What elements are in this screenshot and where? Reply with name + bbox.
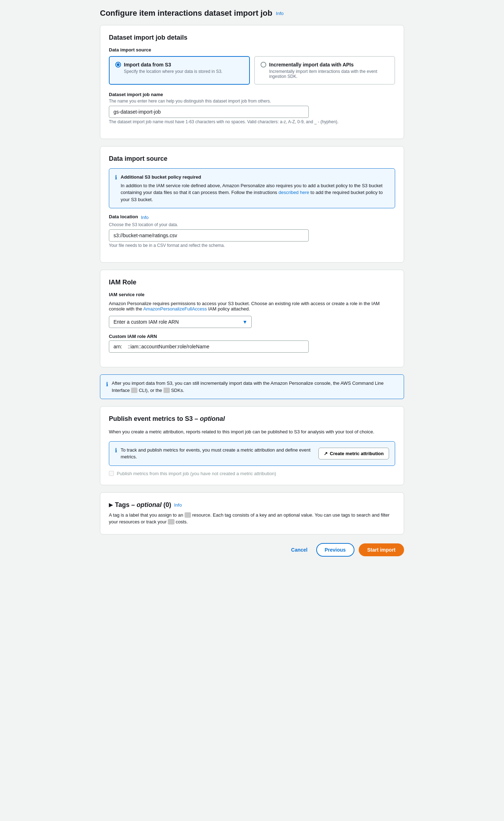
custom-arn-label: Custom IAM role ARN (109, 334, 395, 339)
radio-s3-label: Import data from S3 (124, 62, 171, 68)
job-name-label: Dataset import job name (109, 92, 395, 97)
metric-info-box: ℹ To track and publish metrics for event… (109, 441, 395, 466)
iam-select-wrapper: Enter a custom IAM role ARN Create a new… (109, 316, 252, 328)
iam-role-card: IAM Role IAM service role Amazon Persona… (100, 270, 404, 367)
tags-optional-text: optional (137, 501, 162, 508)
iam-role-select[interactable]: Enter a custom IAM role ARN Create a new… (109, 316, 252, 328)
create-metric-attribution-button[interactable]: ↗ Create metric attribution (318, 448, 389, 459)
tags-count: (0) (163, 501, 171, 508)
data-location-label: Data location (109, 214, 138, 219)
data-location-input[interactable] (109, 229, 309, 242)
metric-info-icon: ℹ (115, 447, 117, 454)
data-location-group: Data location Info Choose the S3 locatio… (109, 214, 395, 248)
incremental-notice-box: ℹ After you import data from S3, you can… (100, 374, 404, 399)
tags-redacted1 (185, 512, 191, 518)
job-name-hint: The name you enter here can help you dis… (109, 99, 395, 104)
data-import-source-card: Data import source ℹ Additional S3 bucke… (100, 146, 404, 263)
info-icon-s3-policy: ℹ (115, 174, 117, 203)
tags-info-link[interactable]: Info (174, 502, 182, 508)
s3-policy-info-box: ℹ Additional S3 bucket policy required I… (109, 168, 395, 208)
previous-button[interactable]: Previous (316, 543, 354, 557)
publish-metrics-desc: When you create a metric attribution, re… (109, 428, 395, 436)
tags-card: ▶ Tags – optional (0) Info A tag is a la… (100, 492, 404, 534)
metric-info-text: To track and publish metrics for events,… (121, 447, 315, 461)
incremental-redacted2 (163, 388, 170, 393)
radio-option-api[interactable]: Incrementally import data with APIs Incr… (254, 56, 395, 85)
publish-metrics-checkbox-label: Publish metrics from this import job (yo… (117, 471, 276, 476)
iam-policy-link[interactable]: AmazonPersonalizeFullAccess (143, 306, 207, 312)
radio-option-s3[interactable]: Import data from S3 Specify the location… (109, 56, 250, 85)
radio-api-label: Incrementally import data with APIs (269, 62, 354, 68)
job-name-validation: The dataset import job name must have 1-… (109, 119, 395, 124)
tags-desc-text3: costs. (175, 519, 188, 524)
incremental-text3: SDKs. (170, 388, 184, 393)
data-location-validation: Your file needs to be in a CSV format an… (109, 243, 395, 248)
publish-metrics-title-text: Publish event metrics to S3 – (109, 415, 198, 422)
iam-select-group: Enter a custom IAM role ARN Create a new… (109, 316, 395, 328)
job-name-input[interactable] (109, 106, 309, 118)
cancel-button[interactable]: Cancel (287, 544, 312, 556)
incremental-notice-text: After you import data from S3, you can s… (112, 380, 398, 394)
publish-metrics-checkbox[interactable] (109, 471, 114, 476)
radio-api-desc: Incrementally import item interactions d… (269, 69, 389, 79)
radio-circle-api (261, 62, 266, 68)
iam-desc-text2: IAM policy attached. (207, 306, 250, 312)
import-source-radio-group: Import data from S3 Specify the location… (109, 56, 395, 85)
tags-desc: A tag is a label that you assign to an r… (109, 512, 395, 526)
dataset-import-card: Dataset import job details Data import s… (100, 25, 404, 139)
publish-metrics-title-optional: optional (200, 415, 225, 422)
data-import-source-title: Data import source (109, 155, 395, 163)
tags-header: ▶ Tags – optional (0) Info (109, 501, 395, 509)
tags-toggle[interactable]: ▶ Tags – optional (0) (109, 501, 171, 509)
footer-buttons: Cancel Previous Start import (100, 543, 404, 557)
custom-arn-group: Custom IAM role ARN (109, 334, 395, 353)
data-import-source-label: Data import source (109, 47, 395, 53)
incremental-info-icon: ℹ (106, 380, 108, 394)
page-title: Configure item interactions dataset impo… (100, 9, 272, 18)
iam-service-role-desc: Amazon Personalize requires permissions … (109, 301, 395, 312)
tags-redacted2 (168, 519, 174, 524)
job-name-group: Dataset import job name The name you ent… (109, 92, 395, 124)
page-title-container: Configure item interactions dataset impo… (100, 9, 404, 18)
s3-policy-info-title: Additional S3 bucket policy required (121, 174, 389, 181)
external-link-icon: ↗ (324, 451, 328, 456)
tags-triangle-icon: ▶ (109, 502, 113, 508)
publish-metrics-card: Publish event metrics to S3 – optional W… (100, 406, 404, 485)
dataset-import-title: Dataset import job details (109, 34, 395, 41)
metric-info-left: ℹ To track and publish metrics for event… (115, 447, 315, 461)
start-import-button[interactable]: Start import (359, 543, 404, 556)
s3-policy-link[interactable]: described here (278, 190, 309, 195)
page-info-link[interactable]: Info (276, 11, 284, 16)
incremental-text2: CLI), or the (137, 388, 163, 393)
radio-s3-desc: Specify the location where your data is … (124, 69, 243, 74)
s3-policy-info-content: Additional S3 bucket policy required In … (121, 174, 389, 203)
tags-title-text: Tags – optional (0) (115, 501, 171, 509)
custom-arn-input[interactable] (109, 340, 309, 353)
data-location-info-link[interactable]: Info (141, 215, 149, 220)
publish-metrics-checkbox-row: Publish metrics from this import job (yo… (109, 471, 395, 476)
radio-circle-s3 (115, 62, 121, 68)
publish-metrics-title: Publish event metrics to S3 – optional (109, 415, 395, 423)
iam-service-role-label: IAM service role (109, 292, 395, 297)
create-metric-btn-label: Create metric attribution (330, 451, 384, 456)
iam-role-title: IAM Role (109, 279, 395, 286)
tags-desc-text1: A tag is a label that you assign to an (109, 512, 185, 518)
incremental-redacted1 (131, 388, 137, 393)
data-location-hint: Choose the S3 location of your data. (109, 222, 395, 227)
